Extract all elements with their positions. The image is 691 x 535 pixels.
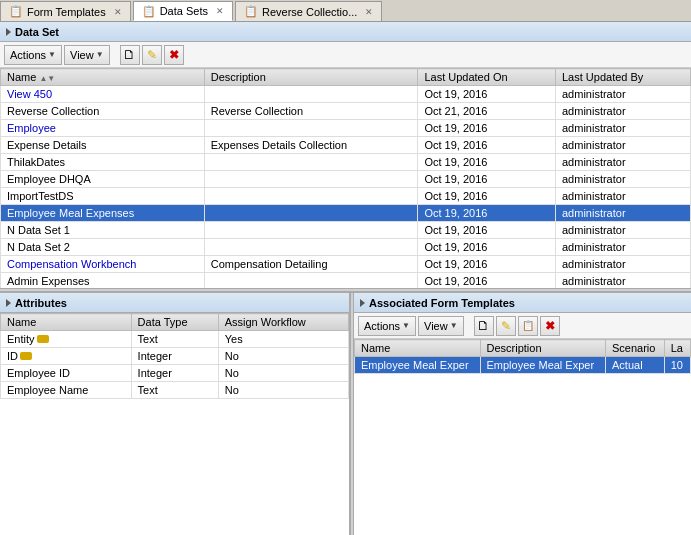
associated-actions-dropdown-arrow: ▼ — [402, 321, 410, 330]
dataset-row-name[interactable]: View 450 — [1, 86, 205, 103]
dataset-row-name[interactable]: N Data Set 2 — [1, 239, 205, 256]
dataset-row-name-link[interactable]: Employee — [7, 122, 56, 134]
associated-edit-button[interactable]: ✎ — [496, 316, 516, 336]
dataset-row-name[interactable]: Reverse Collection — [1, 103, 205, 120]
tab-data-sets[interactable]: 📋 Data Sets ✕ — [133, 1, 233, 21]
dataset-table-row[interactable]: ThilakDatesOct 19, 2016administrator — [1, 154, 691, 171]
assoc-row-description: Employee Meal Exper — [480, 357, 606, 374]
associated-copy-button[interactable]: 📋 — [518, 316, 538, 336]
tab-form-templates[interactable]: 📋 Form Templates ✕ — [0, 1, 131, 21]
attributes-table-row[interactable]: IDIntegerNo — [1, 348, 349, 365]
dataset-row-name[interactable]: Employee Meal Expenses — [1, 205, 205, 222]
dataset-table-row[interactable]: Admin ExpensesOct 19, 2016administrator — [1, 273, 691, 289]
attributes-table-row[interactable]: EntityTextYes — [1, 331, 349, 348]
associated-table-scroll[interactable]: Name Description Scenario La Employee Me… — [354, 339, 691, 535]
dataset-row-updated-by: administrator — [556, 222, 691, 239]
edit-button[interactable]: ✎ — [142, 45, 162, 65]
dataset-row-description — [204, 86, 418, 103]
dataset-row-description: Expenses Details Collection — [204, 137, 418, 154]
associated-view-label: View — [424, 320, 448, 332]
dataset-table-row[interactable]: N Data Set 2Oct 19, 2016administrator — [1, 239, 691, 256]
dataset-table-row[interactable]: Expense DetailsExpenses Details Collecti… — [1, 137, 691, 154]
edit-icon: ✎ — [147, 48, 157, 62]
dataset-table-row[interactable]: EmployeeOct 19, 2016administrator — [1, 120, 691, 137]
dataset-table-row[interactable]: N Data Set 1Oct 19, 2016administrator — [1, 222, 691, 239]
dataset-row-updated-on: Oct 19, 2016 — [418, 256, 556, 273]
tab-icon: 📋 — [9, 5, 23, 18]
tab-close-data-sets[interactable]: ✕ — [216, 6, 224, 16]
actions-button[interactable]: Actions ▼ — [4, 45, 62, 65]
dataset-row-name[interactable]: Admin Expenses — [1, 273, 205, 289]
dataset-row-description — [204, 239, 418, 256]
dataset-row-name[interactable]: Employee DHQA — [1, 171, 205, 188]
attributes-table-scroll[interactable]: Name Data Type Assign Workflow EntityTex… — [0, 313, 349, 535]
associated-table-row[interactable]: Employee Meal ExperEmployee Meal ExperAc… — [355, 357, 691, 374]
dataset-table-row[interactable]: Employee Meal ExpensesOct 19, 2016admini… — [1, 205, 691, 222]
associated-actions-label: Actions — [364, 320, 400, 332]
dataset-row-updated-on: Oct 21, 2016 — [418, 103, 556, 120]
associated-toolbar: Actions ▼ View ▼ 🗋 ✎ 📋 — [354, 313, 691, 339]
dataset-table-row[interactable]: Reverse CollectionReverse CollectionOct … — [1, 103, 691, 120]
attr-col-workflow: Assign Workflow — [218, 314, 348, 331]
associated-edit-icon: ✎ — [501, 319, 511, 333]
dataset-row-name[interactable]: Compensation Workbench — [1, 256, 205, 273]
dataset-row-name-link[interactable]: Compensation Workbench — [7, 258, 136, 270]
associated-actions-button[interactable]: Actions ▼ — [358, 316, 416, 336]
dataset-row-name[interactable]: Expense Details — [1, 137, 205, 154]
assoc-col-name: Name — [355, 340, 481, 357]
dataset-row-name[interactable]: ImportTestDS — [1, 188, 205, 205]
dataset-row-name[interactable]: ThilakDates — [1, 154, 205, 171]
dataset-row-updated-on: Oct 19, 2016 — [418, 239, 556, 256]
dataset-row-description: Reverse Collection — [204, 103, 418, 120]
dataset-row-description — [204, 171, 418, 188]
dataset-row-updated-by: administrator — [556, 188, 691, 205]
key-icon — [20, 352, 32, 360]
associated-view-button[interactable]: View ▼ — [418, 316, 464, 336]
assoc-col-la: La — [664, 340, 690, 357]
dataset-row-description — [204, 205, 418, 222]
attr-row-workflow: Yes — [218, 331, 348, 348]
dataset-table-row[interactable]: View 450Oct 19, 2016administrator — [1, 86, 691, 103]
dataset-row-description — [204, 120, 418, 137]
assoc-col-scenario: Scenario — [606, 340, 665, 357]
dataset-table-row[interactable]: Compensation WorkbenchCompensation Detai… — [1, 256, 691, 273]
attr-row-workflow: No — [218, 348, 348, 365]
dataset-table-row[interactable]: Employee DHQAOct 19, 2016administrator — [1, 171, 691, 188]
dataset-row-updated-on: Oct 19, 2016 — [418, 120, 556, 137]
dataset-row-name[interactable]: Employee — [1, 120, 205, 137]
associated-table-header: Name Description Scenario La — [355, 340, 691, 357]
dataset-row-name-link[interactable]: View 450 — [7, 88, 52, 100]
tab-close-form-templates[interactable]: ✕ — [114, 7, 122, 17]
dataset-table-body: View 450Oct 19, 2016administratorReverse… — [1, 86, 691, 289]
collapse-triangle[interactable] — [6, 28, 11, 36]
dataset-row-description — [204, 154, 418, 171]
dataset-row-updated-by: administrator — [556, 86, 691, 103]
delete-button[interactable]: ✖ — [164, 45, 184, 65]
dataset-row-updated-by: administrator — [556, 171, 691, 188]
tab-label: Form Templates — [27, 6, 106, 18]
dataset-table-header: Name ▲▼ Description Last Updated On Last… — [1, 69, 691, 86]
associated-delete-button[interactable]: ✖ — [540, 316, 560, 336]
dataset-row-updated-by: administrator — [556, 103, 691, 120]
associated-new-button[interactable]: 🗋 — [474, 316, 494, 336]
col-description: Description — [204, 69, 418, 86]
dataset-row-description — [204, 188, 418, 205]
dataset-section-header: Data Set — [0, 22, 691, 42]
attributes-collapse-triangle[interactable] — [6, 299, 11, 307]
dataset-table-scroll[interactable]: Name ▲▼ Description Last Updated On Last… — [0, 68, 691, 288]
attributes-table-row[interactable]: Employee IDIntegerNo — [1, 365, 349, 382]
assoc-row-scenario: Actual — [606, 357, 665, 374]
tab-close-reverse-collection[interactable]: ✕ — [365, 7, 373, 17]
dataset-row-name[interactable]: N Data Set 1 — [1, 222, 205, 239]
attributes-table-row[interactable]: Employee NameTextNo — [1, 382, 349, 399]
attr-col-datatype: Data Type — [131, 314, 218, 331]
associated-collapse-triangle[interactable] — [360, 299, 365, 307]
tab-bar: 📋 Form Templates ✕ 📋 Data Sets ✕ 📋 Rever… — [0, 0, 691, 22]
new-button[interactable]: 🗋 — [120, 45, 140, 65]
attr-col-name: Name — [1, 314, 132, 331]
actions-label: Actions — [10, 49, 46, 61]
dataset-table-row[interactable]: ImportTestDSOct 19, 2016administrator — [1, 188, 691, 205]
tab-icon: 📋 — [142, 5, 156, 18]
view-button[interactable]: View ▼ — [64, 45, 110, 65]
tab-reverse-collection[interactable]: 📋 Reverse Collectio... ✕ — [235, 1, 382, 21]
